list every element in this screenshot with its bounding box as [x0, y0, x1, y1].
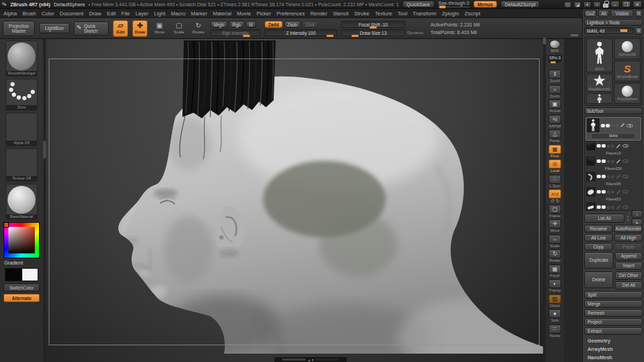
- active-tool-man[interactable]: MAN: [586, 38, 613, 72]
- z-intensity-slider[interactable]: Z Intensity 100: [265, 29, 337, 36]
- menu-preferences[interactable]: Preferences: [276, 10, 304, 17]
- spix-slider[interactable]: SPix 3: [547, 55, 563, 70]
- saturation-value-square[interactable]: [8, 227, 35, 253]
- see-through-slider[interactable]: See-through 0: [438, 1, 470, 8]
- lock-icon[interactable]: [603, 3, 608, 8]
- goz-button[interactable]: GoZ: [584, 10, 597, 17]
- arraymesh-section[interactable]: ArrayMesh: [584, 346, 643, 353]
- aahalf-button[interactable]: ½ AAHalf: [547, 115, 563, 130]
- delete-button[interactable]: Delete: [584, 272, 613, 288]
- tool-r-button[interactable]: R: [635, 27, 643, 35]
- menu-marker[interactable]: Marker: [191, 10, 207, 17]
- menu-render[interactable]: Render: [311, 10, 328, 17]
- focal-shift-slider[interactable]: Focal Shift -10: [341, 21, 405, 28]
- zoom-button[interactable]: ⌕ Zoom: [547, 85, 563, 100]
- goz-visible-button[interactable]: Visible: [611, 10, 634, 17]
- shelf-collapse-handle[interactable]: [570, 33, 579, 38]
- material-selector[interactable]: BasicMaterial: [6, 184, 38, 220]
- sculpt-viewport[interactable]: ▲▼: [46, 39, 543, 362]
- subtool-header[interactable]: SubTool: [584, 107, 643, 114]
- ghost-button[interactable]: ▨ Ghost: [547, 294, 563, 310]
- menu-picker[interactable]: Picker: [256, 10, 271, 17]
- eye-icon[interactable]: [622, 144, 629, 148]
- menu-material[interactable]: Material: [213, 10, 232, 17]
- close-button[interactable]: ✕: [633, 1, 642, 8]
- extract-button[interactable]: Extract: [584, 327, 643, 335]
- menu-zscript[interactable]: Zscript: [464, 10, 480, 17]
- rgb-intensity-slider[interactable]: Rgb Intensity: [210, 29, 260, 36]
- menu-edit[interactable]: Edit: [107, 10, 116, 17]
- brush-shortcut-icon[interactable]: ✦: [583, 1, 591, 8]
- visibility-toggle[interactable]: [597, 144, 606, 148]
- tool-man-2[interactable]: [586, 93, 613, 104]
- copy-button[interactable]: Copy: [584, 243, 613, 251]
- visibility-toggle[interactable]: [597, 175, 606, 178]
- polypaint-icon[interactable]: [615, 189, 621, 195]
- menu-alpha[interactable]: Alpha: [3, 10, 17, 17]
- list-all-button[interactable]: List All: [584, 214, 625, 223]
- rotate-view-button[interactable]: ↻ Rotate: [547, 249, 563, 265]
- floor-grid-button[interactable]: ▦ Floor: [547, 145, 563, 160]
- right-divider[interactable]: [543, 39, 546, 362]
- remesh-button[interactable]: Remesh: [584, 309, 643, 317]
- insert-button[interactable]: Insert: [615, 262, 643, 270]
- menu-light[interactable]: Light: [154, 10, 165, 17]
- local-transform-button[interactable]: ◎ Local: [547, 159, 563, 175]
- rotation-mode-icons[interactable]: ↺↻: [550, 198, 560, 205]
- zadd-button[interactable]: Zadd: [265, 21, 283, 28]
- geometry-section[interactable]: Geometry: [584, 338, 643, 345]
- menu-color[interactable]: Color: [42, 10, 54, 17]
- current-brush-selector[interactable]: SmoothStronger: [6, 40, 38, 77]
- switch-color-button[interactable]: SwitchColor: [3, 283, 40, 292]
- polypaint-icon[interactable]: [615, 205, 621, 210]
- menu-movie[interactable]: Movie: [237, 10, 251, 17]
- goz-all-button[interactable]: All: [598, 10, 609, 17]
- subtool-row-fibers156[interactable]: Fibers156: [586, 156, 641, 171]
- scroll-button[interactable]: ⇕ Scroll: [547, 70, 563, 85]
- actual-size-button[interactable]: ▣ Actual: [547, 100, 563, 115]
- frame-button[interactable]: ▢ Frame: [547, 205, 563, 220]
- nanomesh-section[interactable]: NanoMesh: [584, 354, 643, 361]
- menu-stencil[interactable]: Stencil: [333, 10, 349, 17]
- minimize-button[interactable]: –: [611, 1, 620, 8]
- xyz-button[interactable]: XYZ ↺↻: [547, 189, 563, 205]
- subtool-row-fibers95[interactable]: Fibers95: [586, 171, 641, 187]
- rename-button[interactable]: Rename: [584, 225, 613, 233]
- quicksave-button[interactable]: QuickSave: [402, 1, 434, 8]
- secondary-color-swatch[interactable]: [22, 268, 38, 281]
- subtool-row-man[interactable]: MAN: [586, 117, 641, 141]
- menu-texture[interactable]: Texture: [375, 10, 392, 17]
- eye-icon[interactable]: [622, 205, 629, 209]
- xpose-button[interactable]: ∷ Xpose: [547, 324, 563, 340]
- bpr-render-button[interactable]: BPR: [547, 40, 563, 55]
- tool-polysphere[interactable]: PolySphere: [614, 83, 641, 104]
- menus-button[interactable]: Menus: [473, 1, 497, 8]
- zcut-button[interactable]: Zcut: [302, 21, 318, 28]
- quick-sketch-button[interactable]: ✎ Quick Sketch: [74, 22, 109, 36]
- menu-zplugin[interactable]: Zplugin: [442, 10, 460, 17]
- transparency-button[interactable]: ◐ Transp: [547, 279, 563, 294]
- texture-selector[interactable]: Texture Off: [6, 148, 38, 182]
- tool-polymesh3d[interactable]: PolyMesh3D: [586, 74, 613, 92]
- rgb-button[interactable]: Rgb: [229, 21, 244, 28]
- eye-icon[interactable]: [627, 124, 633, 127]
- visibility-toggle[interactable]: [597, 190, 606, 194]
- paste-button[interactable]: Paste: [614, 243, 643, 251]
- stroke-selector[interactable]: Dots: [6, 79, 38, 111]
- all-high-button[interactable]: All High: [614, 234, 643, 242]
- move-mode-button[interactable]: ▣ Move: [152, 20, 167, 37]
- subtool-row-fibers19[interactable]: Fibers19: [586, 141, 641, 156]
- polypaint-icon[interactable]: [620, 123, 625, 128]
- mrgb-button[interactable]: Mrgb: [210, 21, 228, 28]
- active-tool-slider[interactable]: MAN, 49: [584, 27, 634, 34]
- menu-draw[interactable]: Draw: [89, 10, 102, 17]
- all-low-button[interactable]: All Low: [584, 234, 613, 242]
- main-color-swatch[interactable]: [5, 268, 22, 281]
- restore-button[interactable]: ❐: [622, 1, 631, 8]
- menu-layer[interactable]: Layer: [135, 10, 148, 17]
- project-button[interactable]: Project: [584, 318, 643, 326]
- polypaint-icon[interactable]: [615, 174, 621, 180]
- menu-brush[interactable]: Brush: [22, 10, 36, 17]
- menu-transform[interactable]: Transform: [413, 10, 437, 17]
- duplicate-button[interactable]: Duplicate: [584, 252, 613, 269]
